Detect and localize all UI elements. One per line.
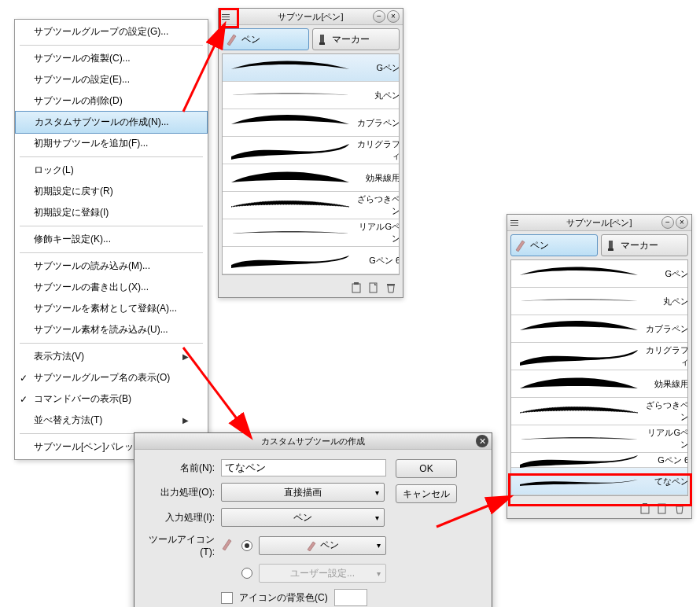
brush-item[interactable]: ざらつきペン bbox=[223, 192, 399, 219]
menu-item[interactable]: 修飾キー設定(K)... bbox=[15, 229, 208, 250]
panel-title: サブツール[ペン] bbox=[566, 217, 632, 229]
menu-item[interactable]: 初期設定に登録(I) bbox=[15, 202, 208, 223]
menu-item[interactable]: サブツールの読み込み(M)... bbox=[15, 256, 208, 277]
icon-radio-preset[interactable] bbox=[241, 540, 252, 551]
trash-icon[interactable] bbox=[384, 281, 398, 295]
svg-rect-7 bbox=[608, 248, 613, 251]
tab-pen[interactable]: ペン bbox=[222, 28, 309, 50]
brush-item[interactable]: リアルGペン bbox=[223, 219, 399, 247]
panel-titlebar: サブツール[ペン]−× bbox=[219, 9, 403, 25]
brush-list: Gペン丸ペンカブラペンカリグラフィ効果線用ざらつきペンリアルGペンGペン 6てな… bbox=[510, 259, 688, 496]
menu-item[interactable]: サブツールを素材として登録(A)... bbox=[15, 298, 208, 319]
dialog-title: カスタムサブツールの作成 bbox=[261, 436, 365, 447]
marker-icon bbox=[605, 239, 617, 252]
brush-item[interactable]: カリグラフィ bbox=[223, 137, 399, 164]
menu-item[interactable]: サブツールの書き出し(X)... bbox=[15, 277, 208, 298]
menu-item[interactable]: ✓サブツールグループ名の表示(O) bbox=[15, 367, 208, 388]
hamburger-icon[interactable] bbox=[510, 217, 521, 228]
label-bgcolor: アイコンの背景色(C) bbox=[239, 591, 328, 605]
brush-stroke-preview bbox=[516, 343, 642, 370]
cancel-button[interactable]: キャンセル bbox=[396, 484, 457, 503]
subtool-panel-b: サブツール[ペン]−×ペンマーカーGペン丸ペンカブラペンカリグラフィ効果線用ざら… bbox=[507, 214, 692, 519]
trash-icon[interactable] bbox=[672, 502, 687, 516]
brush-item[interactable]: Gペン 6 bbox=[223, 247, 399, 274]
menu-item-label: サブツールの削除(D) bbox=[34, 94, 123, 108]
brush-item[interactable]: Gペン bbox=[223, 54, 399, 82]
brush-item[interactable]: 効果線用 bbox=[511, 370, 687, 398]
menu-item[interactable]: サブツール素材を読み込み(U)... bbox=[15, 319, 208, 340]
brush-item[interactable]: てなペン bbox=[511, 468, 687, 495]
menu-item-label: サブツールグループ名の表示(O) bbox=[34, 371, 170, 384]
tab-marker[interactable]: マーカー bbox=[312, 28, 400, 50]
bgcolor-swatch[interactable] bbox=[334, 589, 367, 606]
menu-item[interactable]: サブツールグループの設定(G)... bbox=[15, 21, 208, 42]
brush-name: リアルGペン bbox=[642, 427, 688, 451]
brush-name: Gペン 6 bbox=[353, 255, 400, 267]
minimize-icon[interactable]: − bbox=[661, 216, 674, 229]
icon-select[interactable]: ペン bbox=[259, 536, 386, 555]
brush-item[interactable]: カリグラフィ bbox=[511, 343, 687, 370]
menu-item[interactable]: サブツールの設定(E)... bbox=[15, 69, 208, 90]
clipboard-icon[interactable] bbox=[638, 502, 652, 516]
menu-item[interactable]: サブツールの削除(D) bbox=[15, 90, 208, 112]
brush-stroke-preview bbox=[516, 370, 642, 397]
menu-item[interactable]: 表示方法(V)▶ bbox=[15, 346, 208, 367]
tab-label: ペン bbox=[241, 33, 260, 46]
menu-item[interactable]: 並べ替え方法(T)▶ bbox=[15, 410, 208, 431]
brush-stroke-preview bbox=[516, 453, 642, 467]
tab-pen[interactable]: ペン bbox=[510, 234, 598, 256]
brush-name: 丸ペン bbox=[353, 90, 400, 101]
panel-bottombar bbox=[507, 499, 691, 518]
hamburger-icon[interactable] bbox=[222, 11, 233, 22]
menu-item[interactable]: ロック(L) bbox=[15, 160, 208, 181]
dialog-titlebar: カスタムサブツールの作成 ✕ bbox=[134, 433, 492, 450]
menu-separator bbox=[20, 156, 203, 157]
brush-name: 効果線用 bbox=[642, 378, 688, 390]
subtool-context-menu[interactable]: サブツールグループの設定(G)...サブツールの複製(C)...サブツールの設定… bbox=[14, 19, 208, 460]
menu-item-label: サブツールを素材として登録(A)... bbox=[34, 302, 177, 315]
brush-stroke-preview bbox=[227, 247, 353, 274]
new-page-icon[interactable] bbox=[367, 281, 381, 295]
brush-item[interactable]: Gペン 6 bbox=[511, 453, 687, 468]
menu-item[interactable]: カスタムサブツールの作成(N)... bbox=[15, 111, 208, 134]
tab-marker[interactable]: マーカー bbox=[601, 234, 688, 256]
brush-name: 丸ペン bbox=[642, 296, 688, 307]
label-output: 出力処理(O): bbox=[144, 486, 215, 499]
brush-item[interactable]: カブラペン bbox=[223, 109, 399, 137]
panel-title: サブツール[ペン] bbox=[278, 11, 343, 23]
svg-rect-11 bbox=[676, 505, 683, 506]
menu-item[interactable]: 初期設定に戻す(R) bbox=[15, 181, 208, 202]
brush-stroke-preview bbox=[227, 192, 353, 219]
close-icon[interactable]: × bbox=[676, 216, 688, 229]
new-page-icon[interactable] bbox=[655, 502, 669, 516]
brush-name: リアルGペン bbox=[353, 221, 400, 245]
brush-item[interactable]: 丸ペン bbox=[511, 288, 687, 315]
menu-item[interactable]: 初期サブツールを追加(F)... bbox=[15, 133, 208, 154]
input-select[interactable]: ペン bbox=[221, 508, 385, 527]
brush-item[interactable]: 丸ペン bbox=[223, 82, 399, 109]
menu-item[interactable]: サブツールの複製(C)... bbox=[15, 48, 208, 69]
pen-icon bbox=[221, 538, 235, 553]
close-icon[interactable]: ✕ bbox=[476, 435, 488, 447]
brush-name: てなペン bbox=[642, 476, 688, 487]
menu-item[interactable]: ✓コマンドバーの表示(B) bbox=[15, 388, 208, 410]
brush-item[interactable]: ざらつきペン bbox=[511, 398, 687, 425]
ok-button[interactable]: OK bbox=[396, 459, 457, 478]
brush-item[interactable]: カブラペン bbox=[511, 315, 687, 343]
icon-radio-user[interactable] bbox=[241, 568, 252, 579]
output-select[interactable]: 直接描画 bbox=[221, 483, 385, 502]
brush-name: カブラペン bbox=[642, 323, 688, 335]
minimize-icon[interactable]: − bbox=[373, 10, 385, 23]
brush-item[interactable]: Gペン bbox=[511, 260, 687, 288]
clipboard-icon[interactable] bbox=[349, 281, 363, 295]
pen-icon bbox=[226, 33, 238, 46]
close-icon[interactable]: × bbox=[387, 10, 400, 23]
window-buttons: −× bbox=[373, 10, 400, 23]
name-field[interactable] bbox=[221, 459, 386, 476]
brush-name: ざらつきペン bbox=[642, 399, 688, 423]
bgcolor-checkbox[interactable] bbox=[221, 592, 233, 604]
svg-rect-1 bbox=[319, 42, 325, 45]
brush-item[interactable]: 効果線用 bbox=[223, 164, 399, 192]
user-settings-button[interactable]: ユーザー設定... bbox=[259, 564, 386, 583]
panel-bottombar bbox=[219, 278, 403, 297]
